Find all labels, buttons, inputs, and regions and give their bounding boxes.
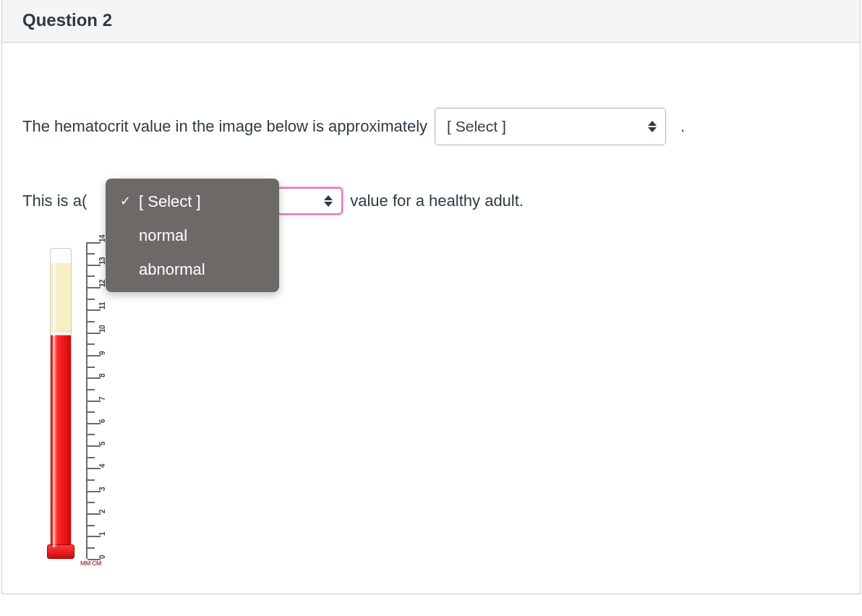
question-header: Question 2: [2, 0, 860, 43]
ruler-tick-minor: [88, 343, 95, 345]
ruler-tick-minor: [88, 479, 95, 481]
ruler-tick-minor: [88, 502, 95, 503]
dropdown-option-normal[interactable]: normal: [106, 218, 279, 252]
ruler-tick-minor: [88, 299, 95, 300]
ruler-tick-label: 10: [97, 325, 108, 333]
ruler-tick: [88, 536, 101, 537]
hematocrit-value-select[interactable]: [ Select ]: [435, 108, 666, 145]
dropdown-popup: ✓ [ Select ] normal abnormal: [106, 179, 279, 292]
ruler-tick: [88, 377, 101, 379]
rbc-layer: [51, 335, 71, 547]
ruler-tick-label: 5: [97, 442, 108, 445]
question-body: The hematocrit value in the image below …: [2, 43, 860, 601]
dropdown-option-abnormal[interactable]: abnormal: [106, 252, 279, 286]
question-container: Question 2 The hematocrit value in the i…: [1, 0, 861, 594]
dropdown-option-label: normal: [139, 223, 187, 247]
buffy-coat-layer: [51, 331, 71, 335]
ruler-tick: [88, 355, 101, 356]
ruler-tick: [88, 513, 101, 515]
ruler-tick-minor: [88, 321, 95, 322]
sentence-1-text: The hematocrit value in the image below …: [22, 114, 427, 138]
ruler-tick-minor: [88, 457, 95, 458]
ruler-unit-label: MM CM: [80, 559, 101, 569]
ruler-tick-minor: [88, 275, 95, 277]
ruler-tick: [88, 423, 101, 424]
ruler-tick-minor: [88, 253, 95, 254]
dropdown-option-select[interactable]: ✓ [ Select ]: [106, 184, 279, 218]
ruler-tick-minor: [88, 547, 95, 549]
dropdown-option-label: [ Select ]: [139, 189, 201, 213]
sentence-2-text-before: This is a(: [22, 189, 87, 213]
ruler-tick-minor: [88, 367, 95, 368]
ruler-tick-label: 7: [97, 396, 108, 400]
check-icon: ✓: [119, 192, 132, 211]
ruler-tick-minor: [88, 434, 95, 435]
question-title: Question 2: [22, 10, 840, 30]
ruler-tick-label: 6: [97, 419, 108, 423]
chevron-updown-icon: [324, 195, 333, 207]
ruler-tick-label: 1: [97, 532, 108, 536]
ruler-tick: [88, 445, 101, 447]
tube: [50, 248, 72, 559]
ruler-tick-label: 2: [97, 510, 108, 513]
plasma-layer: [51, 263, 71, 331]
sentence-2: This is a( value for a healthy adult. ✓ …: [22, 187, 840, 215]
ruler-tick-minor: [88, 389, 95, 390]
ruler-tick-label: 9: [97, 351, 108, 355]
ruler-tick-label: 3: [97, 487, 108, 491]
tube-body: [50, 248, 72, 547]
sentence-1: The hematocrit value in the image below …: [22, 108, 840, 145]
tube-cap: [47, 544, 74, 559]
sentence-2-text-after: value for a healthy adult.: [350, 189, 524, 213]
ruler-tick: [88, 309, 101, 311]
chevron-updown-icon: [648, 121, 657, 132]
ruler-tick-label: 4: [97, 464, 108, 468]
ruler-tick-label: 11: [97, 302, 108, 309]
ruler-tick: [88, 265, 101, 266]
select-placeholder: [ Select ]: [447, 115, 506, 138]
ruler-tick-minor: [88, 525, 95, 526]
ruler-tick: [88, 468, 101, 469]
ruler-tick: [88, 287, 101, 288]
ruler-tick-minor: [88, 411, 95, 413]
ruler-tick-label: 8: [97, 374, 108, 377]
sentence-1-period: .: [680, 114, 685, 138]
dropdown-option-label: abnormal: [139, 257, 205, 281]
